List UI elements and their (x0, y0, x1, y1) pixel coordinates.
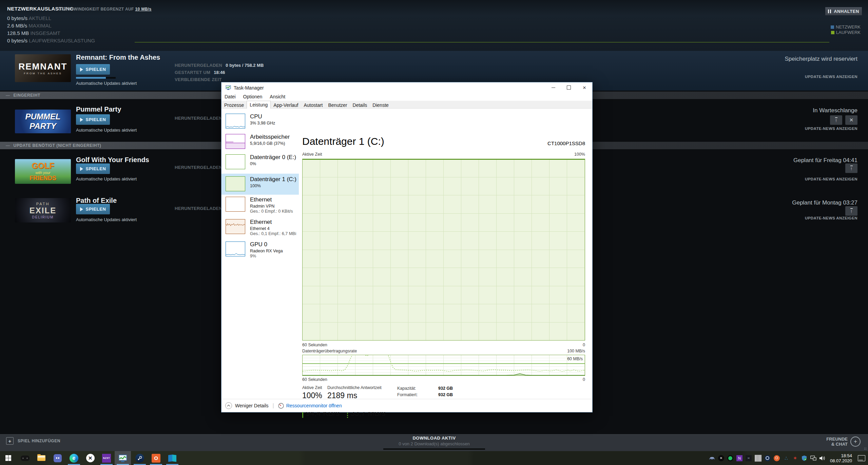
taskbar-icon-gamepad[interactable] (17, 451, 33, 465)
taskbar-icon-discord[interactable] (50, 451, 66, 465)
nicehash-tray-icon[interactable]: N (736, 455, 742, 461)
taskbar-clock[interactable]: 18:54 08.07.2020 (830, 453, 852, 463)
update-news-link[interactable]: UPDATE-NEWS ANZEIGEN (805, 216, 857, 220)
less-details-button[interactable]: Weniger Details (235, 403, 269, 408)
network-legend-swatch (831, 25, 834, 29)
move-to-top-button[interactable]: ↑ (830, 115, 842, 125)
taskbar-icon-file-explorer[interactable] (33, 451, 50, 465)
game-thumbnail[interactable]: PUMMEL PARTY (15, 110, 71, 133)
remove-from-queue-button[interactable]: ✕ (845, 115, 857, 125)
queue-actions: ↑ ✕ (830, 115, 857, 125)
play-button[interactable]: SPIELEN (76, 204, 110, 214)
menu-ansicht[interactable]: Ansicht (267, 93, 288, 101)
vpn-tray-icon[interactable] (727, 455, 733, 461)
disk-model: CT1000P1SSD8 (547, 140, 585, 146)
tab-app-verlauf[interactable]: App-Verlauf (271, 101, 301, 109)
sidebar-item-gpu-0[interactable]: GPU 0Radeon RX Vega9% (221, 241, 299, 263)
minimize-button[interactable] (545, 82, 561, 93)
speed-limit-label[interactable]: GESCHWINDIGKEIT BEGRENZT AUF 10 MB/s (58, 7, 152, 12)
close-icon: × (583, 85, 586, 91)
sidebar-item-arbeitsspeicher[interactable]: Arbeitsspeicher5,9/16,0 GB (37%) (221, 133, 299, 153)
play-button[interactable]: SPIELEN (76, 114, 110, 125)
add-game-button[interactable]: + SPIEL HINZUFÜGEN (6, 437, 60, 445)
sidebar-item-datentraeger-0[interactable]: Datenträger 0 (E:)0% (221, 154, 299, 173)
sidebar-item-datentraeger-1[interactable]: Datenträger 1 (C:)100% (221, 174, 299, 195)
menu-optionen[interactable]: Optionen (240, 93, 266, 101)
tab-prozesse[interactable]: Prozesse (221, 101, 247, 109)
game-thumbnail[interactable]: PATH EXILE DELIRIUM (15, 198, 71, 222)
action-center-icon[interactable] (858, 455, 865, 461)
transfer-rate-chart: 60 MB/s (302, 355, 585, 376)
play-icon (80, 67, 83, 72)
move-to-top-button[interactable]: ↑ (845, 163, 857, 173)
status-text: Geplant für Montag 03:27 (792, 199, 857, 206)
tab-autostart[interactable]: Autostart (301, 101, 325, 109)
defender-tray-icon[interactable] (801, 455, 807, 461)
taskbar-icon-steam[interactable] (132, 451, 148, 465)
sidebar-item-ethernet-radmin[interactable]: EthernetRadmin VPNGes.: 0 Empf.: 0 KBit/… (221, 196, 299, 218)
resize-grip[interactable] (864, 447, 867, 450)
maximize-button[interactable] (561, 82, 577, 93)
play-button[interactable]: SPIELEN (76, 64, 110, 75)
friends-chat-button[interactable]: FREUNDE& CHAT + (826, 437, 861, 447)
sidebar-item-cpu[interactable]: CPU3% 3,98 GHz (221, 113, 299, 133)
play-icon (80, 167, 83, 171)
origin-tray-icon[interactable]: O (774, 455, 780, 461)
title-bar[interactable]: Task-Manager × (221, 82, 592, 93)
open-resource-monitor-link[interactable]: Ressourcenmonitor öffnen (286, 403, 342, 408)
system-tray: ✕ N ≍ O ∴ ✶ 18:54 08.07.2020 (709, 451, 868, 465)
xbox-icon: ✕ (86, 454, 95, 462)
windows-taskbar: e ✕ NZXT O (0, 451, 868, 465)
stat-peak: 2.6 MB/s MAXIMAL (7, 23, 52, 28)
move-to-top-button[interactable]: ↑ (845, 206, 857, 216)
update-news-link[interactable]: UPDATE-NEWS ANZEIGEN (805, 177, 857, 181)
taskbar-icon-nzxt[interactable]: NZXT (98, 451, 115, 465)
transfer-rate-chart-header: Datenträgerübertragungsrate 100 MB/s (302, 349, 585, 353)
start-button[interactable] (0, 451, 16, 465)
menu-datei[interactable]: Datei (221, 93, 239, 101)
play-button[interactable]: SPIELEN (76, 163, 110, 174)
game-thumbnail[interactable]: REMNANT FROM THE ASHES (15, 54, 71, 82)
car-app-tray-icon[interactable] (709, 455, 715, 461)
nzxt-icon: NZXT (102, 454, 111, 463)
taskbar-icon-task-manager[interactable] (115, 451, 131, 465)
game-thumbnail[interactable]: GOLF with your FRIENDS (15, 159, 71, 184)
update-news-link[interactable]: UPDATE-NEWS ANZEIGEN (805, 127, 857, 131)
pause-icon (828, 9, 831, 13)
drive-legend-swatch (831, 31, 834, 34)
red-star-tray-icon[interactable]: ✶ (792, 455, 798, 461)
ethernet1-mini-graph (226, 197, 245, 212)
close-icon: ✕ (849, 117, 854, 123)
pause-downloads-button[interactable]: ANHALTEN (825, 7, 862, 15)
sidebar-item-ethernet-4[interactable]: EthernetEthernet 4Ges.: 0,1 Empf.: 6,7 M… (221, 218, 299, 240)
active-time-chart (302, 159, 585, 341)
taskbar-icon-origin[interactable]: O (148, 451, 164, 465)
taskbar-icon-blue-app[interactable] (164, 451, 180, 465)
task-manager-window: Task-Manager × Datei Optionen Ansicht Pr… (221, 82, 593, 412)
steam-tray-icon[interactable] (765, 455, 771, 461)
molecule-tray-icon[interactable]: ∴ (783, 455, 789, 461)
window-title: Task-Manager (234, 85, 264, 91)
speed-limit-value[interactable]: 10 MB/s (135, 7, 152, 12)
ram-tray-icon[interactable] (755, 455, 761, 462)
queue-actions: ↑ (845, 163, 857, 173)
desktop: NETZWERKAUSLASTUNG GESCHWINDIGKEIT BEGRE… (0, 0, 868, 465)
taskbar-icon-edge[interactable]: e (66, 451, 82, 465)
tab-benutzer[interactable]: Benutzer (326, 101, 350, 109)
memory-mini-graph (226, 134, 245, 149)
network-tray-icon[interactable] (810, 455, 816, 461)
tab-dienste[interactable]: Dienste (370, 101, 391, 109)
tab-details[interactable]: Details (350, 101, 370, 109)
close-button[interactable]: × (577, 82, 592, 93)
taskbar-icon-xbox[interactable]: ✕ (82, 451, 98, 465)
update-news-link[interactable]: UPDATE-NEWS ANZEIGEN (805, 75, 857, 79)
windows-logo-icon (5, 455, 11, 461)
stat-active-time: Aktive Zeit 100% (302, 385, 322, 400)
xbox-tray-icon[interactable]: ✕ (718, 455, 724, 461)
disk-performance-panel: Datenträger 1 (C:) CT1000P1SSD8 Aktive Z… (302, 109, 585, 400)
auto-update-note: Automatische Updates aktiviert (76, 217, 137, 222)
reserve-progress-bar (76, 77, 116, 79)
fx-tray-icon[interactable]: ≍ (746, 455, 752, 461)
volume-tray-icon[interactable] (819, 455, 826, 461)
download-status-button[interactable]: DOWNLOAD AKTIV 0 von 2 Download(s) abges… (366, 435, 502, 450)
